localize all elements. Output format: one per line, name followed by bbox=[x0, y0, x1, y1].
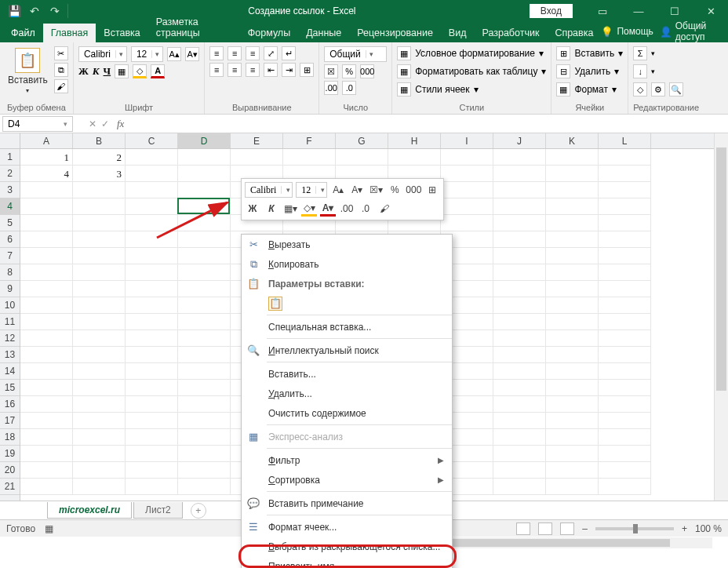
ctx-cut[interactable]: ✂Вырезать bbox=[242, 235, 452, 254]
cell-A13[interactable] bbox=[20, 347, 73, 363]
normal-view-icon[interactable] bbox=[516, 522, 530, 535]
cell-A10[interactable] bbox=[20, 297, 73, 314]
cell-L6[interactable] bbox=[599, 231, 651, 248]
cell-J16[interactable] bbox=[493, 396, 546, 413]
row-header-18[interactable]: 18 bbox=[0, 429, 20, 446]
cell-B7[interactable] bbox=[73, 248, 126, 264]
ctx-format-cells[interactable]: ☰Формат ячеек... bbox=[242, 517, 452, 537]
cell-A6[interactable] bbox=[20, 231, 73, 248]
cell-C4[interactable] bbox=[126, 198, 178, 215]
cell-B8[interactable] bbox=[73, 264, 126, 281]
cell-J11[interactable] bbox=[493, 314, 546, 330]
cell-B18[interactable] bbox=[73, 429, 126, 446]
cell-L21[interactable] bbox=[599, 479, 651, 495]
percent-icon[interactable]: % bbox=[342, 64, 356, 78]
cell-J1[interactable] bbox=[493, 149, 546, 166]
cell-D21[interactable] bbox=[178, 479, 231, 495]
tab-page-layout[interactable]: Разметка страницы bbox=[148, 13, 240, 42]
cell-J18[interactable] bbox=[493, 429, 546, 446]
cell-L14[interactable] bbox=[599, 363, 651, 380]
align-center-icon[interactable]: ≡ bbox=[228, 63, 242, 77]
cell-L12[interactable] bbox=[599, 330, 651, 347]
cell-C13[interactable] bbox=[126, 347, 178, 363]
font-color-icon[interactable]: А bbox=[151, 64, 165, 78]
col-header-E[interactable]: E bbox=[231, 133, 283, 148]
sort-filter-icon[interactable]: ⚙ bbox=[651, 82, 665, 96]
cell-C18[interactable] bbox=[126, 429, 178, 446]
row-header-15[interactable]: 15 bbox=[0, 380, 20, 396]
tab-help[interactable]: Справка bbox=[547, 24, 601, 42]
row-header-7[interactable]: 7 bbox=[0, 248, 20, 264]
cell-C12[interactable] bbox=[126, 330, 178, 347]
cell-C7[interactable] bbox=[126, 248, 178, 264]
decrease-decimal-icon[interactable]: .0 bbox=[342, 81, 356, 95]
col-header-B[interactable]: B bbox=[73, 133, 126, 148]
ctx-insert-comment[interactable]: 💬Вставить примечание bbox=[242, 493, 452, 513]
cell-J12[interactable] bbox=[493, 330, 546, 347]
font-family-combo[interactable]: Calibri▾ bbox=[78, 46, 127, 62]
find-icon[interactable]: 🔍 bbox=[669, 82, 683, 96]
cell-B1[interactable]: 2 bbox=[73, 149, 126, 166]
row-header-3[interactable]: 3 bbox=[0, 182, 20, 198]
cell-D12[interactable] bbox=[178, 330, 231, 347]
cell-K15[interactable] bbox=[546, 380, 599, 396]
cell-J20[interactable] bbox=[493, 462, 546, 479]
cell-B13[interactable] bbox=[73, 347, 126, 363]
increase-decimal-icon[interactable]: .00 bbox=[324, 81, 338, 95]
save-icon[interactable]: 💾 bbox=[6, 3, 22, 19]
cell-A20[interactable] bbox=[20, 462, 73, 479]
redo-icon[interactable]: ↷ bbox=[47, 3, 63, 19]
cell-K14[interactable] bbox=[546, 363, 599, 380]
cell-D14[interactable] bbox=[178, 363, 231, 380]
ribbon-options-icon[interactable]: ▭ bbox=[585, 0, 620, 22]
cell-J14[interactable] bbox=[493, 363, 546, 380]
cell-D5[interactable] bbox=[178, 215, 231, 231]
ctx-pick-from-list[interactable]: Выбрать из раскрывающегося списка... bbox=[242, 537, 452, 556]
cell-L16[interactable] bbox=[599, 396, 651, 413]
tab-home[interactable]: Главная bbox=[43, 24, 96, 42]
col-header-C[interactable]: C bbox=[126, 133, 178, 148]
currency-icon[interactable]: ☒ bbox=[324, 64, 338, 78]
ctx-define-name[interactable]: Присвоить имя... bbox=[242, 556, 452, 568]
col-header-H[interactable]: H bbox=[388, 133, 441, 148]
cell-J19[interactable] bbox=[493, 446, 546, 462]
vertical-scrollbar[interactable] bbox=[714, 133, 728, 501]
cell-A15[interactable] bbox=[20, 380, 73, 396]
merge-icon[interactable]: ⊞ bbox=[300, 63, 314, 77]
cell-B5[interactable] bbox=[73, 215, 126, 231]
cell-L18[interactable] bbox=[599, 429, 651, 446]
comma-icon[interactable]: 000 bbox=[360, 64, 374, 78]
cell-D18[interactable] bbox=[178, 429, 231, 446]
mini-decimal-dec-icon[interactable]: .0 bbox=[358, 201, 373, 217]
number-format-combo[interactable]: Общий▾ bbox=[324, 46, 387, 62]
cell-J21[interactable] bbox=[493, 479, 546, 495]
orientation-icon[interactable]: ⤢ bbox=[264, 46, 278, 60]
cell-C17[interactable] bbox=[126, 413, 178, 429]
cell-A21[interactable] bbox=[20, 479, 73, 495]
row-header-11[interactable]: 11 bbox=[0, 314, 20, 330]
increase-font-icon[interactable]: A▴ bbox=[167, 47, 181, 61]
cell-D11[interactable] bbox=[178, 314, 231, 330]
ctx-insert[interactable]: Вставить... bbox=[242, 364, 452, 384]
page-layout-view-icon[interactable] bbox=[538, 522, 552, 535]
cell-B6[interactable] bbox=[73, 231, 126, 248]
cell-I2[interactable] bbox=[441, 166, 493, 182]
col-header-G[interactable]: G bbox=[336, 133, 388, 148]
cell-D8[interactable] bbox=[178, 264, 231, 281]
align-right-icon[interactable]: ≡ bbox=[246, 63, 260, 77]
ctx-delete[interactable]: Удалить... bbox=[242, 384, 452, 403]
mini-format-painter-icon[interactable]: 🖌 bbox=[377, 201, 392, 217]
tab-view[interactable]: Вид bbox=[441, 24, 475, 42]
cell-B21[interactable] bbox=[73, 479, 126, 495]
cell-L1[interactable] bbox=[599, 149, 651, 166]
align-middle-icon[interactable]: ≡ bbox=[228, 46, 242, 60]
cell-B10[interactable] bbox=[73, 297, 126, 314]
select-all-corner[interactable] bbox=[0, 133, 20, 149]
ctx-filter[interactable]: Фильтр▶ bbox=[242, 450, 452, 470]
fill-icon[interactable]: ↓ bbox=[633, 64, 647, 78]
sheet-tab-1[interactable]: microexcel.ru bbox=[47, 502, 132, 519]
tab-insert[interactable]: Вставка bbox=[96, 24, 147, 42]
row-header-8[interactable]: 8 bbox=[0, 264, 20, 281]
macro-record-icon[interactable]: ▦ bbox=[45, 523, 53, 534]
cell-I5[interactable] bbox=[441, 215, 493, 231]
